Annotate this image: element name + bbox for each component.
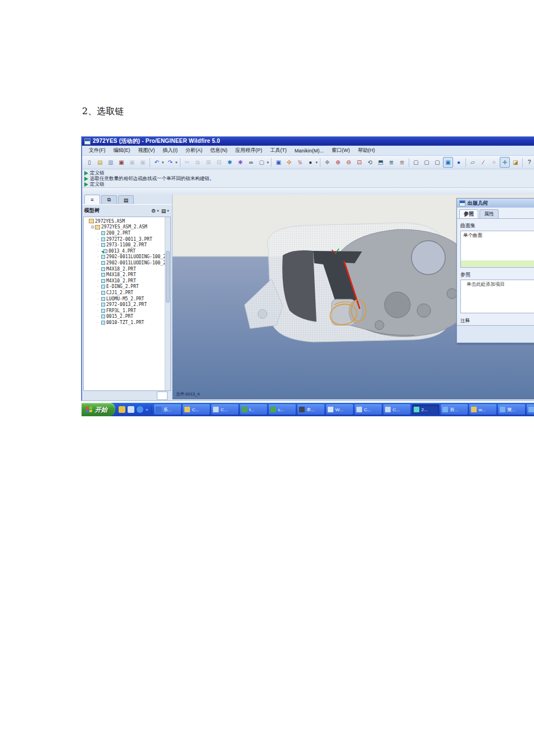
layers-icon[interactable]: ≣	[386, 157, 396, 168]
tree-item[interactable]: ·LUOMU-M5_2.PRT	[85, 296, 165, 302]
quick-launch-icon-3[interactable]	[137, 406, 143, 413]
open-file-icon[interactable]: ▤	[95, 157, 105, 168]
menu-item[interactable]: 信息(N)	[207, 146, 231, 155]
datum-plane-toggle-icon[interactable]: ▱	[468, 157, 478, 168]
surface-set-listbox[interactable]: 单个曲面	[460, 231, 534, 268]
wireframe-icon[interactable]: ▢	[411, 157, 421, 168]
task-button[interactable]: C...	[211, 404, 238, 415]
hidden-line-icon[interactable]: ▢	[422, 157, 432, 168]
folder-browser-tab[interactable]: ▤	[118, 195, 134, 204]
tree-item[interactable]: ·0013_4.PRT	[85, 248, 165, 254]
task-button[interactable]: c...	[269, 404, 296, 415]
shaded-display-icon[interactable]: ▣	[443, 157, 453, 168]
pin-icon[interactable]	[487, 189, 491, 194]
dialog-titlebar[interactable]: 出版几何	[457, 199, 534, 208]
task-button[interactable]: 百...	[441, 404, 468, 415]
tree-item[interactable]: ·FRP3L_1.PRT	[85, 308, 165, 314]
surface-set-item[interactable]: 单个曲面	[461, 231, 534, 239]
tree-item[interactable]: ·200_2.PRT	[85, 230, 165, 236]
menu-item[interactable]: 视图(V)	[135, 146, 159, 155]
dropdown-arrow-icon[interactable]: ▼	[266, 161, 270, 164]
task-button[interactable]: p...	[527, 404, 534, 415]
regenerate-icon[interactable]: ✱	[225, 157, 235, 168]
panel-resize-grip[interactable]	[157, 392, 168, 400]
task-button[interactable]: 聚...	[498, 404, 525, 415]
enhanced-realism-icon[interactable]: ●	[454, 157, 464, 168]
undo-icon[interactable]: ↶	[152, 157, 162, 168]
graphics-area[interactable]: 元件:0013_4 出版几何 参照属性 曲面集 单个曲面 参照 单击此处添加项目…	[173, 195, 534, 399]
tree-item[interactable]: ·M4X18_2.PRT	[85, 266, 165, 272]
display-settings-icon[interactable]: ▣	[273, 157, 283, 168]
start-button[interactable]: 开始	[82, 403, 115, 416]
tree-item[interactable]: ·M4X18_2.PRT	[85, 272, 165, 278]
tree-item[interactable]: ·2972-0013_2.PRT	[85, 302, 165, 308]
menu-item[interactable]: 分析(A)	[182, 146, 206, 155]
saved-views-icon[interactable]: ⬒	[375, 157, 386, 168]
print-icon[interactable]: ▣	[116, 157, 126, 168]
tree-item[interactable]: ·2973-1100_2.PRT	[85, 242, 165, 248]
scrollbar-thumb[interactable]	[166, 251, 170, 303]
task-button[interactable]: C...	[383, 404, 410, 415]
reorient-icon[interactable]: ⟲	[365, 157, 375, 168]
menu-item[interactable]: 窗口(W)	[328, 146, 354, 155]
model-tree-scrollbar[interactable]	[165, 217, 170, 390]
references-placeholder[interactable]: 单击此处添加项目	[461, 280, 534, 288]
tree-show-dropdown-icon[interactable]: ▼	[166, 209, 170, 213]
tree-item[interactable]: ⊟2972YES_ASM_2.ASM	[85, 224, 165, 231]
menu-item[interactable]: 应用程序(P)	[232, 146, 266, 155]
dropdown-arrow-icon[interactable]: ▼	[315, 161, 318, 164]
model-tree-tab[interactable]: ≡	[84, 195, 100, 204]
menu-item[interactable]: 工具(T)	[267, 146, 291, 155]
task-button[interactable]: C...	[183, 404, 210, 415]
dialog-tab-references[interactable]: 参照	[459, 209, 478, 218]
shade-icon[interactable]: ●	[305, 157, 315, 168]
csys-toggle-icon[interactable]: ✛	[500, 157, 510, 168]
task-button[interactable]: w...	[469, 404, 496, 415]
spin-center-icon[interactable]: ✣	[284, 157, 294, 168]
realtime-render-icon[interactable]: ％	[295, 157, 305, 168]
find-icon[interactable]: ∞	[246, 157, 256, 168]
tree-item[interactable]: ·0010-TZT_1.PRT	[85, 320, 165, 326]
datum-point-toggle-icon[interactable]: ⁘	[489, 157, 499, 168]
window-titlebar[interactable]: 2972YES (活动的) - Pro/ENGINEER Wildfire 5.…	[82, 137, 534, 146]
new-set-row[interactable]	[461, 260, 534, 267]
tree-item[interactable]: 2972YES.ASM	[85, 218, 165, 224]
menu-item[interactable]: 文件(F)	[85, 146, 109, 155]
menu-item[interactable]: Manikin(M)...	[291, 147, 327, 154]
zoom-in-icon[interactable]: ⊕	[333, 157, 343, 168]
tree-item[interactable]: ·2972T2-0011_3.PRT	[85, 236, 165, 242]
layer-tree-tab[interactable]: ⧉	[101, 195, 117, 204]
quick-launch-icon-2[interactable]	[128, 406, 134, 413]
collapse-icon[interactable]: ⊟	[91, 225, 95, 230]
tree-item[interactable]: ·2902-0011LUODING-100_2.PRT	[85, 254, 165, 260]
menu-item[interactable]: 编辑(E)	[110, 146, 134, 155]
regenerate-manager-icon[interactable]: ✱	[236, 157, 246, 168]
pan-hand-icon[interactable]: ✥	[322, 157, 332, 168]
new-file-icon[interactable]: ▯	[84, 157, 94, 168]
no-hidden-icon[interactable]: ▢	[432, 157, 442, 168]
task-button[interactable]: C...	[355, 404, 382, 415]
context-help-icon[interactable]: ?	[524, 157, 534, 168]
menu-item[interactable]: 帮助(H)	[355, 146, 379, 155]
tree-item[interactable]: ·CJJ1_2.PRT	[85, 290, 165, 296]
menu-item[interactable]: 插入(I)	[160, 146, 182, 155]
redo-icon[interactable]: ↷	[165, 157, 175, 168]
dropdown-arrow-icon[interactable]: ▼	[175, 161, 178, 164]
zoom-out-icon[interactable]: ⊖	[343, 157, 354, 168]
task-button[interactable]: 系...	[154, 404, 181, 415]
save-file-icon[interactable]: ▥	[106, 157, 116, 168]
dialog-tab-properties[interactable]: 属性	[479, 209, 499, 218]
task-button[interactable]: t...	[240, 404, 267, 415]
dropdown-arrow-icon[interactable]: ▼	[161, 161, 165, 164]
select-filter-icon[interactable]: ▢	[257, 157, 267, 168]
annotation-toggle-icon[interactable]: ◪	[510, 157, 521, 168]
tree-item[interactable]: ·0015_2.PRT	[85, 314, 165, 320]
view-manager-icon[interactable]: ≣	[397, 157, 407, 168]
tree-item[interactable]: ·2902-0011LUODING-100_2.PRT	[85, 260, 165, 266]
references-listbox[interactable]: 单击此处添加项目	[460, 280, 534, 313]
task-button[interactable]: W...	[326, 404, 353, 415]
tree-item[interactable]: ·E-DING_2.PRT	[85, 284, 165, 290]
quick-launch-overflow-icon[interactable]: »	[146, 407, 148, 412]
quick-launch-icon-1[interactable]	[119, 406, 125, 413]
datum-axis-toggle-icon[interactable]: ∕	[478, 157, 488, 168]
